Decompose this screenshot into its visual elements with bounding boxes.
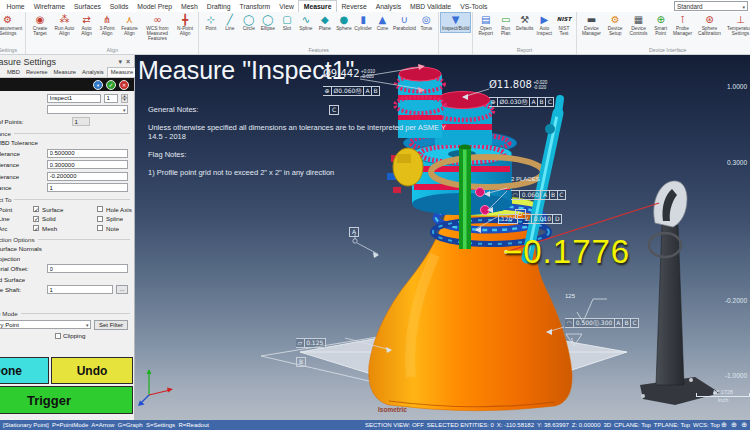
ribbon-button[interactable]: ⁂Run Auto Align <box>52 13 77 37</box>
general-notes-body: Unless otherwise specified all dimension… <box>148 123 448 141</box>
ribbon-button[interactable]: ∞WCS from Measured Features <box>141 13 174 43</box>
ribbon-button[interactable]: ⚒Defaults <box>515 13 534 32</box>
ribbon-button[interactable]: NISTNIST Test <box>555 13 574 37</box>
status-item[interactable]: Y: 38.63997 <box>537 422 569 428</box>
ribbon-button[interactable]: ⋔3-Point Align <box>96 13 118 37</box>
project-to-mid-checkbox[interactable] <box>33 225 39 231</box>
ribbon-tab[interactable]: Drafting <box>202 1 235 12</box>
status-item[interactable]: TPLANE: Top <box>654 422 690 428</box>
panel-tab[interactable]: MBD <box>4 68 23 77</box>
ribbon-button[interactable]: ∿Spline <box>296 13 315 32</box>
done-button[interactable]: Done <box>0 357 49 384</box>
tolerance-row-input[interactable] <box>47 172 128 181</box>
ribbon-group-inspect: ▼Inspect/Build <box>439 12 473 54</box>
ribbon-button[interactable]: ◉Create Target <box>28 13 51 37</box>
status-item[interactable]: CPLANE: Top <box>614 422 651 428</box>
status-item[interactable]: SECTION VIEW: OFF <box>365 422 424 428</box>
status-hotkeys: [Stationary Point] P=PointMode A=Arrow G… <box>3 422 209 428</box>
ribbon-button[interactable]: ◯Ellipse <box>258 13 277 32</box>
tolerance-row-input[interactable] <box>47 183 128 192</box>
panel-tab[interactable]: Measure <box>50 68 79 77</box>
mode-checkbox[interactable] <box>55 333 61 339</box>
probe-shaft-input[interactable] <box>47 285 113 294</box>
ribbon-group-label: Report <box>475 47 573 54</box>
status-item[interactable]: X: -110.58182 <box>497 422 534 428</box>
status-item[interactable]: SELECTED ENTITIES: 0 <box>427 422 494 428</box>
ribbon-button[interactable]: ⊹Point <box>201 13 220 32</box>
pin-icon[interactable] <box>118 58 122 66</box>
ribbon-button[interactable]: ⇄Auto Align <box>77 13 96 37</box>
panel-tab[interactable]: Analysis <box>79 68 107 77</box>
tolerance-row-input[interactable] <box>47 160 128 169</box>
panel-tab[interactable]: Reverse <box>23 68 51 77</box>
trigger-button[interactable]: Trigger <box>0 386 133 414</box>
count-input[interactable] <box>104 94 118 103</box>
ribbon-tab[interactable]: Analysis <box>371 1 405 12</box>
globe-icons[interactable]: ⊕ ⊕ ⊕ <box>721 421 748 429</box>
style-preset-dropdown[interactable]: Standard <box>674 1 748 11</box>
ribbon-button[interactable]: ⊥Temperature Settings <box>724 13 750 37</box>
ribbon-button[interactable]: ╱Line <box>220 13 239 32</box>
ribbon-button[interactable]: ⊛Sphere Calibration <box>695 13 724 37</box>
ribbon-button[interactable]: ▮Cylinder <box>353 13 373 32</box>
use-mbd-tolerance-label: Use MBD Tolerance <box>0 139 38 146</box>
browse-button[interactable]: ... <box>116 285 128 294</box>
ribbon-button[interactable]: ▶Auto Inspect <box>534 13 554 37</box>
close-icon[interactable] <box>126 58 130 66</box>
project-to-right-checkbox[interactable] <box>97 216 103 222</box>
ribbon-button[interactable]: ⚙Measurement Settings <box>0 13 23 37</box>
ribbon-button[interactable]: ●Sphere <box>334 13 353 32</box>
ribbon-tab[interactable]: Reverse <box>337 1 371 12</box>
ribbon-button[interactable]: ⋏Feature Align <box>118 13 141 37</box>
ribbon-tab[interactable]: View <box>275 1 299 12</box>
count-stepper[interactable]: ▲▼ <box>121 94 128 103</box>
name-input[interactable] <box>47 94 101 103</box>
ribbon-button[interactable]: ∪Paraboloid <box>392 13 417 32</box>
status-item[interactable]: 3D <box>603 422 611 428</box>
project-to-right-checkbox[interactable] <box>97 206 103 212</box>
probe-mode-dropdown[interactable]: Stationary Point <box>0 320 91 329</box>
ribbon-tab[interactable]: MBD Validate <box>406 1 456 12</box>
probe-button[interactable] <box>93 80 103 90</box>
status-item[interactable]: WCS: Top <box>693 422 720 428</box>
ribbon-button[interactable]: ⊕Smart Point <box>651 13 670 37</box>
ribbon-button[interactable]: ▦Device Controls <box>626 13 651 37</box>
ribbon-button[interactable]: ⚙Device Setup <box>604 13 626 37</box>
project-to-mid-checkbox[interactable] <box>33 216 39 222</box>
ribbon-button[interactable]: ▭Run Plan <box>496 13 515 37</box>
ribbon-button[interactable]: ▢Slot <box>277 13 296 32</box>
ribbon-button[interactable]: ▤Open Report <box>475 13 496 37</box>
ribbon-tab[interactable]: Home <box>2 1 29 12</box>
ribbon-tab[interactable]: Transform <box>235 1 275 12</box>
ribbon-button[interactable]: ╋N-Point Align <box>174 13 197 37</box>
ribbon-tab[interactable]: Wireframe <box>29 1 69 12</box>
status-item[interactable]: Z: 0.00000 <box>572 422 601 428</box>
ribbon-button-icon: ▶ <box>541 14 549 25</box>
ribbon-button[interactable]: ▼Inspect/Build <box>441 13 470 32</box>
set-filter-button[interactable]: Set Filter <box>94 320 128 330</box>
3d-viewport[interactable]: 1 Measure "Inspect1" General Notes: Unle… <box>135 55 750 420</box>
project-to-mid-checkbox[interactable] <box>33 206 39 212</box>
ribbon-button[interactable]: ◎Torus <box>417 13 436 32</box>
accept-button[interactable] <box>106 80 116 90</box>
ribbon-button[interactable]: ◯Circle <box>239 13 258 32</box>
plane-dropdown[interactable] <box>47 105 128 114</box>
ribbon-button[interactable]: ◆Plane <box>315 13 334 32</box>
cancel-button[interactable] <box>119 80 129 90</box>
ribbon-tab[interactable]: Measure <box>298 0 337 12</box>
flag-note-number: 1 <box>570 337 574 343</box>
ribbon-tab[interactable]: Surfaces <box>69 1 105 12</box>
ribbon-button-icon: ▬ <box>587 14 596 25</box>
undo-button[interactable]: Undo <box>51 357 133 384</box>
ribbon-tab[interactable]: Mesh <box>177 1 203 12</box>
tolerance-row-input[interactable] <box>47 149 128 158</box>
material-offset-input[interactable] <box>47 264 128 273</box>
colorbar-label: -0.2000 <box>725 297 747 304</box>
ribbon-tab[interactable]: Solids <box>105 1 133 12</box>
ribbon-tab[interactable]: VS-Tools <box>456 1 492 12</box>
ribbon-button[interactable]: ⊺Probe Manager <box>670 13 695 37</box>
project-to-right-checkbox[interactable] <box>97 225 103 231</box>
ribbon-tab[interactable]: Model Prep <box>133 1 177 12</box>
ribbon-button[interactable]: ▬Device Manager <box>579 13 605 37</box>
ribbon-button[interactable]: ▲Cone <box>373 13 392 32</box>
